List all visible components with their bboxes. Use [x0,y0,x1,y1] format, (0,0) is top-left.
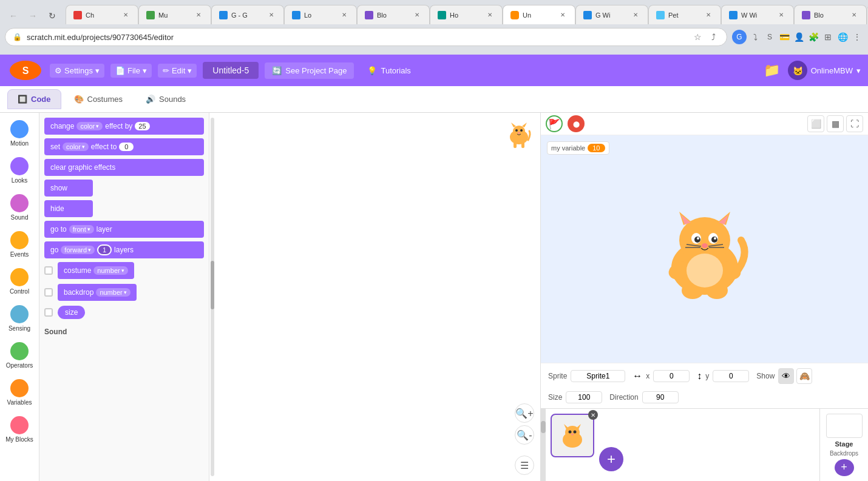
folder-button[interactable]: 📁 [762,61,782,80]
block-set-color-effect[interactable]: set color effect to 0 [44,138,204,155]
tab-bl1[interactable]: Blo ✕ [357,5,430,24]
fullscreen-button[interactable]: ⛶ [846,115,863,132]
blocks-scrollbar[interactable] [211,118,214,476]
category-myblocks[interactable]: My Blocks [2,414,37,446]
effect-value-input[interactable]: 25 [135,122,149,130]
x-input[interactable] [653,370,690,382]
scratch-ext-icon[interactable]: S [764,31,776,43]
backdrop-number-dropdown[interactable]: number [96,288,130,297]
small-stage-button[interactable]: ⬜ [807,115,824,132]
block-clear-graphic-effects[interactable]: clear graphic effects [44,159,204,176]
wallet-icon[interactable]: 💳 [778,31,790,43]
y-input[interactable] [713,370,749,382]
tab-close-bl2[interactable]: ✕ [849,10,859,20]
show-eye-closed[interactable]: 🙈 [796,368,812,384]
sprites-panel-scrollbar[interactable] [541,409,546,481]
tab-close-bl1[interactable]: ✕ [412,10,422,20]
reload-button[interactable]: ↻ [44,7,61,24]
scratch-logo[interactable]: S [7,59,44,81]
tab-mu[interactable]: Mu ✕ [138,5,211,24]
add-backdrop-button[interactable]: + [835,459,854,476]
tab-costumes[interactable]: 🎨 Costumes [64,89,134,109]
zoom-in-button[interactable]: 🔍+ [515,403,534,423]
tab-close-g[interactable]: ✕ [266,10,276,20]
tab-wi2[interactable]: W Wi ✕ [721,5,794,24]
costume-number-dropdown[interactable]: number [93,266,127,275]
color-effect-dropdown[interactable]: color [76,122,103,130]
blocks-scrollbar-thumb[interactable] [211,261,214,309]
edit-menu[interactable]: ✏ Edit ▾ [158,64,197,78]
globe-icon[interactable]: 🌐 [836,31,849,43]
tab-g[interactable]: G - G ✕ [211,5,284,24]
block-hide[interactable]: hide [44,200,93,217]
size-input[interactable] [566,391,602,403]
set-color-dropdown[interactable]: color [63,143,89,151]
tab-bl2[interactable]: Blo ✕ [794,5,867,24]
tab-code[interactable]: 🔲 Code [7,89,61,109]
category-motion[interactable]: Motion [2,118,37,150]
show-eye-open[interactable]: 👁 [778,368,794,384]
menu-icon[interactable]: ⋮ [851,31,863,43]
category-looks[interactable]: Looks [2,155,37,187]
google-search-icon[interactable]: G [732,30,747,44]
add-sprite-button[interactable]: + [599,447,623,471]
sprite1-item[interactable] [551,414,594,457]
back-button[interactable]: ← [5,7,22,24]
profiles-icon[interactable]: 👤 [793,31,805,43]
file-menu[interactable]: 📄 File ▾ [110,64,152,78]
block-size[interactable]: size [58,306,85,319]
tab-pe[interactable]: Pet ✕ [648,5,721,24]
tab-close-mu[interactable]: ✕ [194,10,203,20]
project-title-button[interactable]: Untitled-5 [203,62,259,79]
tab-close-wi2[interactable]: ✕ [776,10,786,20]
tab-wi1[interactable]: G Wi ✕ [575,5,648,24]
tab-un[interactable]: Un ✕ [503,5,575,24]
zoom-out-button[interactable]: 🔍- [515,425,534,445]
block-costume[interactable]: costume number [58,262,134,279]
block-go-layers[interactable]: go forward 1 layers [44,241,204,258]
user-area[interactable]: 🐱 OnlineMBW ▾ [788,61,861,80]
tab-ho[interactable]: Ho ✕ [430,5,503,24]
sprites-scrollbar-thumb[interactable] [541,421,546,433]
category-variables[interactable]: Variables [2,377,37,409]
tab-sounds[interactable]: 🔊 Sounds [135,89,196,109]
block-go-to-layer[interactable]: go to front layer [44,221,204,238]
tab-close-ho[interactable]: ✕ [485,10,495,20]
extensions-icon[interactable]: 🧩 [807,31,819,43]
forward-back-dropdown[interactable]: forward [61,246,95,254]
stop-button[interactable]: ⬤ [568,115,585,132]
green-flag-button[interactable]: 🚩 [546,115,563,132]
tab-close-ch[interactable]: ✕ [121,10,131,20]
category-sensing[interactable]: Sensing [2,303,37,335]
forward-button[interactable]: → [24,7,41,24]
large-stage-button[interactable]: ▦ [827,115,844,132]
tab-close-lo[interactable]: ✕ [339,10,349,20]
set-effect-value[interactable]: 0 [119,143,134,151]
category-control[interactable]: Control [2,266,37,298]
category-events[interactable]: Events [2,229,37,261]
block-backdrop[interactable]: backdrop number [58,284,137,301]
layers-value[interactable]: 1 [97,244,112,255]
share-icon[interactable]: ⤴ [707,31,719,43]
settings-menu[interactable]: ⚙ Settings ▾ [50,64,104,78]
front-back-dropdown[interactable]: front [69,225,94,234]
sprite1-delete-button[interactable]: ✕ [588,410,598,420]
tutorials-button[interactable]: 💡 Tutorials [360,62,418,79]
tab-close-pe[interactable]: ✕ [704,10,713,20]
category-sound[interactable]: Sound [2,192,37,224]
send-tab-icon[interactable]: ⤵ [749,31,761,43]
sprite-name-input[interactable] [571,370,625,382]
tab-close-wi1[interactable]: ✕ [631,10,640,20]
block-change-color-effect[interactable]: change color effect by 25 [44,118,204,135]
costume-checkbox[interactable] [44,266,53,275]
sidebar-toggle-icon[interactable]: ⊞ [822,31,834,43]
block-show[interactable]: show [44,180,93,197]
direction-input[interactable] [642,391,679,403]
backdrop-checkbox[interactable] [44,288,53,297]
tab-ch[interactable]: Ch ✕ [66,5,138,24]
tab-lo[interactable]: Lo ✕ [284,5,357,24]
fit-screen-button[interactable]: ☰ [515,456,534,475]
stage-thumbnail[interactable] [826,414,863,438]
address-bar[interactable]: 🔒 scratch.mit.edu/projects/907730645/edi… [5,28,727,46]
category-operators[interactable]: Operators [2,340,37,372]
